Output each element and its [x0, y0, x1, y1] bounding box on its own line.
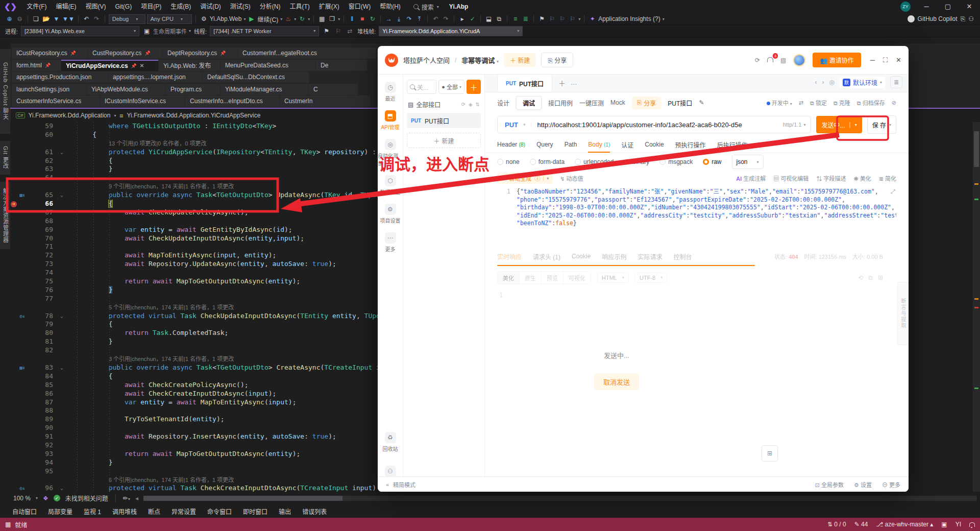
- gear-icon[interactable]: ⚙: [200, 15, 208, 22]
- menu-测试(S)[interactable]: 测试(S): [226, 3, 255, 10]
- doc-tab-Yi.Abp.Web: 发布[interactable]: Yi.Abp.Web: 发布: [159, 60, 220, 71]
- person-icon[interactable]: ⚇: [968, 15, 974, 22]
- mode-tab-接口用例[interactable]: 接口用例: [548, 99, 573, 107]
- viewer-mode-原生[interactable]: 原生: [520, 272, 542, 284]
- apifox-maximize-button[interactable]: ⛶: [883, 56, 888, 64]
- outdent-icon[interactable]: ≣: [521, 15, 530, 22]
- expand-editor-icon[interactable]: ⤢: [891, 188, 895, 196]
- menu-分析(N)[interactable]: 分析(N): [255, 3, 285, 10]
- link-frames-icon[interactable]: ⇄: [346, 28, 354, 35]
- vs-close-button[interactable]: ✕: [959, 0, 980, 13]
- user-badge[interactable]: YI: [955, 521, 961, 528]
- menu-生成(B)[interactable]: 生成(B): [166, 3, 195, 10]
- project-name[interactable]: 非幂等调试 ▾: [461, 55, 499, 65]
- mode-tab-设计[interactable]: 设计: [497, 99, 509, 107]
- body-type-form-data[interactable]: form-data: [530, 158, 565, 165]
- breakpoint-margin[interactable]: [10, 234, 18, 243]
- grid-icon[interactable]: ⊞: [878, 274, 883, 281]
- panel-tab-命令窗口[interactable]: 命令窗口: [207, 507, 232, 516]
- flag-outline-icon[interactable]: ⚐: [334, 28, 342, 35]
- fold-arrow[interactable]: ⌄: [55, 484, 68, 492]
- doc-tab-CustmerInfo...eInputDto.cs[interactable]: CustmerInfo...eInputDto.cs: [185, 95, 279, 107]
- bookmark-prev-icon[interactable]: ⚐: [548, 15, 556, 22]
- rail-item-项目设置[interactable]: ⚙项目设置: [380, 204, 401, 224]
- doc-tab-ICustomInfoService.cs[interactable]: ICustomInfoService.cs: [100, 95, 185, 107]
- right-drawer-tab[interactable]: 断言与提取: [897, 282, 909, 345]
- menu-扩展(X)[interactable]: 扩展(X): [314, 3, 344, 10]
- invite-button[interactable]: 👥 邀请协作: [813, 53, 861, 67]
- body-type-msgpack[interactable]: msgpack: [659, 158, 693, 165]
- doc-tab-CustomerInfoService.cs[interactable]: CustomerInfoService.cs: [12, 95, 100, 107]
- bookmark-icon[interactable]: ⚑: [537, 15, 546, 22]
- rail-item-回收站[interactable]: ♻回收站: [383, 432, 398, 452]
- panel-tab-监视 1[interactable]: 监视 1: [84, 507, 101, 516]
- codelens-text[interactable]: 6 个引用|chenchun，174 天前|1 名作者，1 项更改: [109, 477, 234, 483]
- flag-icon[interactable]: ⚑: [322, 28, 331, 35]
- tool-tab-Git 更改[interactable]: Git 更改: [0, 141, 11, 175]
- breakpoint-margin[interactable]: [10, 458, 18, 467]
- repo-picker-icon[interactable]: ▣: [941, 521, 947, 528]
- body-json-editor[interactable]: ⤢ 1{"taoBaoNumber":"123456","familyName"…: [497, 188, 896, 228]
- breakpoint-margin[interactable]: [10, 269, 18, 277]
- response-tab-Cookie[interactable]: Cookie: [572, 253, 591, 260]
- step-over-icon[interactable]: ↷: [405, 15, 413, 22]
- window-layout-icon[interactable]: ❐: [328, 15, 336, 22]
- copy-icon[interactable]: ⧉: [868, 274, 873, 281]
- user-avatar[interactable]: [793, 54, 805, 66]
- block-icon[interactable]: ⬓: [484, 15, 493, 22]
- breakpoint-margin[interactable]: [10, 312, 18, 321]
- sync-status[interactable]: ⇅ 0 / 0: [827, 521, 846, 528]
- body-type-urlencoded[interactable]: urlencoded: [575, 158, 614, 165]
- api-section-title[interactable]: 全部接口: [416, 100, 440, 109]
- field-desc-button[interactable]: ⇅ 字段描述: [816, 174, 846, 182]
- editor-horizontal-scrollbar[interactable]: [143, 496, 977, 501]
- disable-icon[interactable]: ⊘: [892, 100, 896, 106]
- breakpoint-margin[interactable]: [10, 346, 18, 355]
- nav-back-icon[interactable]: ⊕: [5, 15, 14, 22]
- response-grid-button[interactable]: ⊞: [762, 445, 778, 462]
- breakpoint-margin[interactable]: [10, 131, 18, 139]
- env-target-icon[interactable]: ◎: [829, 79, 834, 86]
- api-search-input[interactable]: 关...: [407, 80, 436, 94]
- apifox-logo-icon[interactable]: [385, 54, 398, 67]
- doc-tab-appsettings.Production.json[interactable]: appsettings.Production.json: [12, 71, 108, 83]
- doc-tab-active[interactable]: PUT PUT接口: [497, 74, 552, 92]
- process-select[interactable]: [23884] Yi.Abp.Web.exe▾: [21, 26, 139, 36]
- codelens-text[interactable]: 13 个引用|0 项更改|0 名作者，0 项更改: [109, 140, 207, 147]
- param-tab-后执行操作[interactable]: 后执行操作: [717, 136, 748, 153]
- menu-项目(P)[interactable]: 项目(P): [136, 3, 166, 10]
- breakpoint-margin[interactable]: [10, 182, 18, 191]
- doc-tab-ICustRepository.cs[interactable]: ICustRepository.cs📌: [12, 47, 87, 59]
- cancel-send-button[interactable]: 取消发送: [594, 373, 639, 390]
- doc-tab-DeptRepository.cs[interactable]: DeptRepository.cs📌: [163, 47, 237, 59]
- bookmark-next-icon[interactable]: ⚐: [558, 15, 567, 22]
- breakpoint-margin[interactable]: [10, 364, 18, 372]
- response-tab-实际请求[interactable]: 实际请求: [638, 252, 662, 261]
- mode-tab-一键压测[interactable]: 一键压测: [579, 99, 604, 107]
- api-list-item[interactable]: PUT PUT接口: [407, 113, 481, 128]
- method-select[interactable]: PUT: [498, 121, 523, 129]
- doc-tab-form.html[interactable]: form.html📌: [12, 60, 61, 71]
- editor-vertical-scrollbar[interactable]: [973, 122, 980, 492]
- beautify-button[interactable]: ❋ 美化: [853, 174, 871, 182]
- breakpoint-margin[interactable]: [10, 295, 18, 303]
- breakpoint-margin[interactable]: [10, 355, 18, 364]
- pending-edits[interactable]: ✎ 44: [854, 521, 868, 528]
- fold-arrow[interactable]: ⌄: [55, 191, 68, 200]
- response-tab-请求头 (1)[interactable]: 请求头 (1): [533, 252, 560, 261]
- add-api-button[interactable]: ＋: [467, 80, 481, 94]
- vs-maximize-button[interactable]: ▢: [937, 0, 959, 13]
- codelens-text[interactable]: 3 个引用|chenchun，174 天前|1 名作者，1 项更改: [109, 356, 234, 362]
- menu-窗口(W)[interactable]: 窗口(W): [344, 3, 375, 10]
- breakpoint-margin[interactable]: [10, 441, 18, 450]
- restart-app-icon[interactable]: ↻: [368, 15, 377, 22]
- vs-minimize-button[interactable]: ─: [916, 0, 937, 13]
- menu-调试(D)[interactable]: 调试(D): [195, 3, 226, 10]
- breakpoint-margin[interactable]: [10, 226, 18, 234]
- apifox-minimize-button[interactable]: ─: [870, 56, 875, 64]
- tab-more-icon[interactable]: ⋯: [571, 81, 577, 88]
- panel-tab-即时窗口[interactable]: 即时窗口: [243, 507, 267, 516]
- param-tab-Body[interactable]: Body (1): [588, 137, 610, 152]
- platform-select[interactable]: Any CPU▾: [147, 14, 192, 24]
- refresh-icon[interactable]: ⟳: [461, 102, 465, 107]
